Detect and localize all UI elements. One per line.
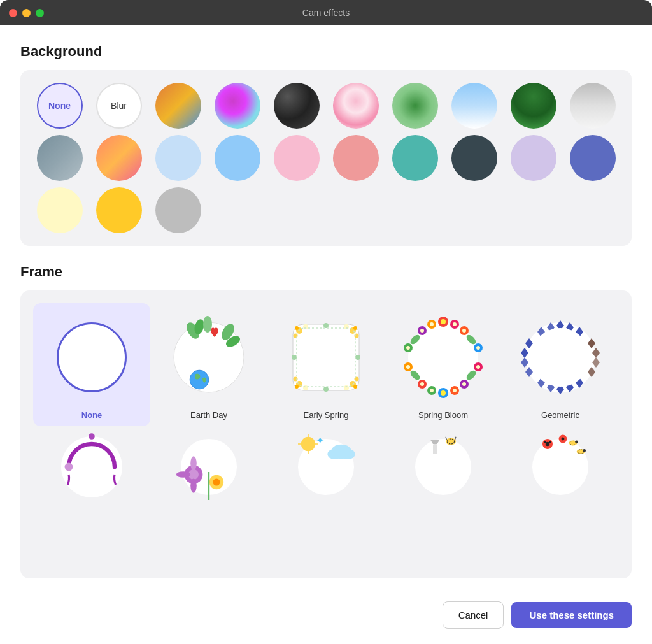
bg-lavender-item[interactable] [507, 135, 560, 181]
svg-point-54 [430, 389, 434, 392]
bg-room-circle [37, 135, 83, 181]
svg-point-90 [190, 456, 197, 470]
bg-gray-circle [155, 187, 201, 233]
bg-palm-circle [511, 83, 556, 129]
svg-point-125 [562, 438, 565, 441]
bg-salmon-item[interactable] [329, 135, 382, 181]
background-section-title: Background [20, 43, 632, 60]
svg-point-18 [295, 385, 299, 389]
svg-point-103 [327, 449, 341, 459]
frame-geometric-item[interactable]: Geometric [502, 303, 619, 426]
svg-point-106 [415, 439, 471, 495]
frame-early-spring-svg [281, 313, 371, 402]
bg-pink-circle [274, 135, 320, 181]
bg-indigo-item[interactable] [566, 135, 619, 181]
frame-geometric-svg [516, 313, 605, 402]
maximize-button[interactable] [36, 9, 44, 17]
bg-pink-bokeh-item[interactable] [329, 83, 382, 129]
background-panel: None Blur [20, 70, 632, 246]
bg-clouds-item[interactable] [448, 83, 500, 129]
svg-point-94 [213, 478, 220, 485]
minimize-button[interactable] [22, 9, 31, 17]
svg-point-123 [583, 449, 586, 452]
svg-point-63 [414, 328, 472, 387]
bg-blue-circle [215, 135, 260, 181]
svg-point-0 [174, 322, 244, 392]
bg-pink-item[interactable] [270, 135, 323, 181]
frame-partial-4-svg [395, 429, 491, 505]
bg-gray-item[interactable] [152, 187, 204, 233]
svg-point-22 [353, 385, 357, 389]
frame-none-item[interactable]: None [33, 303, 150, 426]
frame-partial-4[interactable] [385, 429, 502, 505]
bg-sunset-item[interactable] [92, 135, 145, 181]
traffic-lights [9, 9, 44, 17]
frame-section: Frame None [20, 264, 632, 578]
frame-partial-3[interactable]: ✦ [267, 429, 385, 505]
title-bar: Cam effects [0, 0, 652, 25]
bg-gradient2-item[interactable] [211, 83, 264, 129]
bg-room-item[interactable] [33, 135, 86, 181]
bg-pink-bokeh-circle [333, 83, 379, 129]
bg-blur-circle: Blur [96, 83, 142, 129]
frame-none-circle [57, 322, 127, 392]
frame-partial-5[interactable] [502, 429, 619, 505]
svg-point-97 [301, 437, 315, 451]
bg-green-nature-circle [392, 83, 438, 129]
bg-lightblue-item[interactable] [152, 135, 204, 181]
bg-cream-item[interactable] [33, 187, 86, 233]
bg-indigo-circle [570, 135, 616, 181]
svg-text:✦: ✦ [316, 435, 324, 446]
bg-blur-item[interactable]: Blur [92, 83, 145, 129]
footer: Cancel Use these settings [0, 591, 652, 644]
bg-palm-item[interactable] [507, 83, 560, 129]
svg-point-120 [575, 440, 578, 443]
svg-point-23 [344, 385, 349, 390]
bg-gradient1-item[interactable] [152, 83, 204, 129]
svg-point-11 [303, 324, 308, 329]
svg-rect-111 [433, 444, 437, 454]
svg-point-92 [176, 471, 190, 478]
svg-point-83 [531, 328, 590, 387]
svg-point-38 [420, 329, 424, 333]
svg-point-91 [190, 478, 197, 492]
svg-point-14 [353, 326, 357, 330]
frame-section-title: Frame [20, 264, 632, 280]
svg-point-56 [453, 389, 457, 392]
frame-partial-2[interactable] [150, 429, 267, 505]
svg-point-27 [292, 355, 297, 360]
frame-early-spring-item[interactable]: Early Spring [267, 303, 385, 426]
cancel-button[interactable]: Cancel [443, 601, 504, 629]
svg-point-52 [462, 382, 466, 386]
bg-office-item[interactable] [566, 83, 619, 129]
use-settings-button[interactable]: Use these settings [511, 602, 632, 628]
svg-line-109 [455, 437, 456, 440]
frame-spring-bloom-item[interactable]: Spring Bloom [385, 303, 502, 426]
bg-lightblue-circle [155, 135, 201, 181]
bg-amber-item[interactable] [92, 187, 145, 233]
svg-point-46 [406, 365, 410, 369]
bg-green-nature-item[interactable] [388, 83, 441, 129]
frame-earth-day-item[interactable]: Earth Day [150, 303, 267, 426]
frame-partial-1-svg [44, 429, 139, 505]
svg-point-116 [544, 441, 546, 443]
frame-early-spring-label: Early Spring [304, 410, 349, 420]
frame-partial-1[interactable] [33, 429, 150, 505]
svg-point-85 [65, 463, 73, 471]
svg-point-42 [406, 346, 410, 350]
svg-point-15 [344, 324, 349, 329]
bg-bokeh-item[interactable] [270, 83, 323, 129]
frame-earth-day-label: Earth Day [190, 410, 227, 420]
bg-blue-item[interactable] [211, 135, 264, 181]
bg-none-item[interactable]: None [33, 83, 86, 129]
frame-earth-day-preview [161, 310, 257, 405]
bg-teal-item[interactable] [388, 135, 441, 181]
frame-none-preview [44, 310, 139, 405]
close-button[interactable] [9, 9, 17, 17]
svg-rect-8 [293, 324, 359, 390]
bg-dark-item[interactable] [448, 135, 500, 181]
svg-point-58 [441, 390, 446, 396]
frame-earth-day-svg [164, 313, 253, 402]
bg-gradient1-circle [155, 83, 201, 129]
bg-none-circle: None [37, 83, 83, 129]
